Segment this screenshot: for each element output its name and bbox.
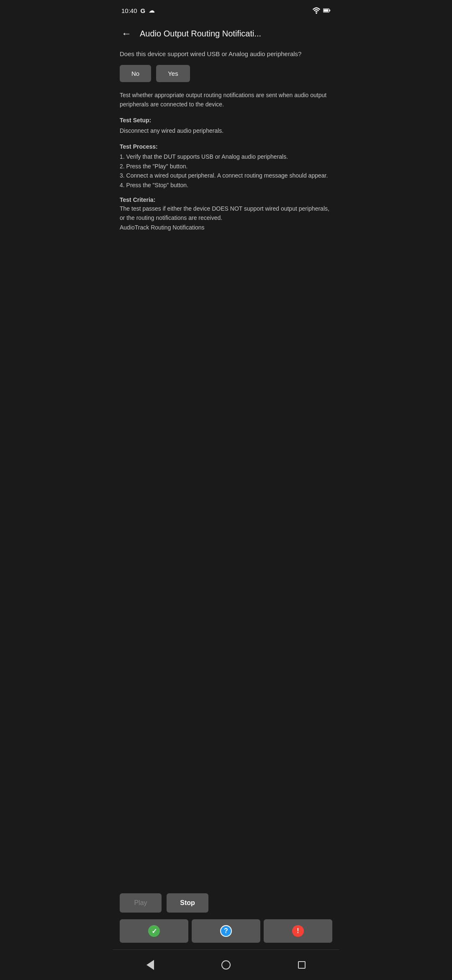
nav-back-icon bbox=[146, 960, 154, 970]
status-buttons-row: ✓ ? ! bbox=[113, 918, 339, 949]
test-process-line-1: 1. Verify that the DUT supports USB or A… bbox=[120, 152, 332, 161]
choice-button-row: No Yes bbox=[120, 65, 332, 82]
pass-button[interactable]: ✓ bbox=[120, 919, 188, 943]
test-setup-section: Test Setup: Disconnect any wired audio p… bbox=[120, 116, 332, 135]
nav-recent-icon bbox=[298, 961, 306, 969]
nav-home-button[interactable] bbox=[213, 957, 239, 973]
test-criteria-note: AudioTrack Routing Notifications bbox=[120, 224, 205, 231]
test-process-section: Test Process: 1. Verify that the DUT sup… bbox=[120, 142, 332, 190]
test-setup-title: Test Setup: bbox=[120, 116, 332, 125]
wifi-icon bbox=[312, 7, 321, 14]
no-button[interactable]: No bbox=[120, 65, 151, 82]
navigation-bar bbox=[113, 949, 339, 980]
svg-point-0 bbox=[316, 13, 317, 14]
question-text: Does this device support wired USB or An… bbox=[120, 49, 332, 59]
test-process-line-2: 2. Press the "Play" button. bbox=[120, 162, 332, 171]
svg-rect-2 bbox=[329, 10, 330, 11]
fail-button[interactable]: ! bbox=[264, 919, 332, 943]
battery-icon bbox=[323, 7, 331, 14]
description-text: Test whether appropriate output routing … bbox=[120, 90, 332, 109]
status-left: 10:40 G ☁ bbox=[121, 7, 155, 14]
test-process-line-4: 4. Press the "Stop" button. bbox=[120, 181, 332, 190]
test-process-line-3: 3. Connect a wired output peripheral. A … bbox=[120, 171, 332, 180]
svg-rect-3 bbox=[324, 9, 328, 12]
info-button[interactable]: ? bbox=[192, 919, 260, 943]
fail-icon: ! bbox=[292, 925, 304, 937]
play-button[interactable]: Play bbox=[120, 893, 162, 913]
nav-home-icon bbox=[221, 960, 231, 970]
status-bar: 10:40 G ☁ bbox=[113, 0, 339, 21]
stop-button[interactable]: Stop bbox=[167, 893, 208, 913]
test-criteria-section: Test Criteria: The test passes if either… bbox=[120, 196, 332, 232]
test-setup-text: Disconnect any wired audio peripherals. bbox=[120, 127, 223, 134]
action-buttons-row: Play Stop bbox=[113, 888, 339, 918]
time-display: 10:40 bbox=[121, 7, 137, 14]
header: ← Audio Output Routing Notificati... bbox=[113, 21, 339, 46]
status-right bbox=[312, 7, 331, 14]
cloud-icon: ☁ bbox=[149, 7, 155, 14]
test-process-title: Test Process: bbox=[120, 142, 332, 151]
page-title: Audio Output Routing Notificati... bbox=[140, 29, 261, 39]
nav-recent-button[interactable] bbox=[290, 958, 314, 972]
back-button[interactable]: ← bbox=[120, 26, 133, 41]
yes-button[interactable]: Yes bbox=[156, 65, 190, 82]
test-criteria-text: The test passes if either the device DOE… bbox=[120, 205, 329, 221]
info-icon: ? bbox=[220, 925, 232, 937]
pass-icon: ✓ bbox=[148, 925, 160, 937]
google-icon: G bbox=[141, 7, 146, 14]
test-criteria-title: Test Criteria: bbox=[120, 196, 332, 203]
content-area: Does this device support wired USB or An… bbox=[113, 46, 339, 888]
nav-back-button[interactable] bbox=[138, 957, 162, 973]
